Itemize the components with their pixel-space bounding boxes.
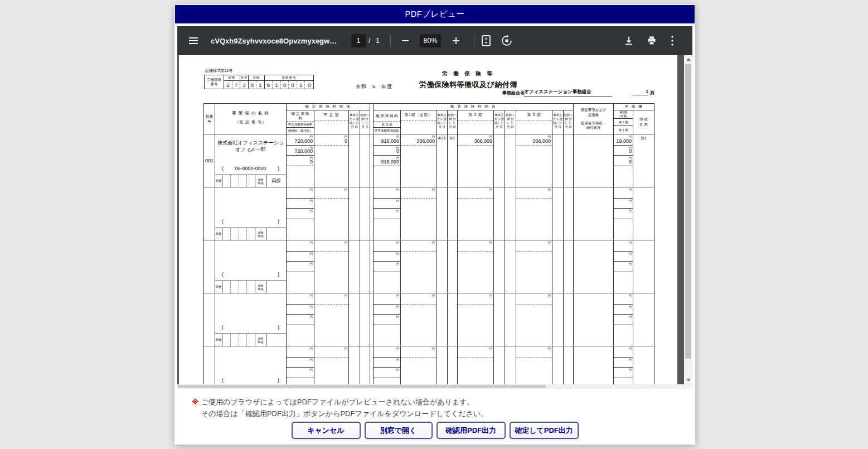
insurance-digit: 7 [232,81,241,89]
page-total: 1 [376,26,380,55]
col-header-paid-date: 政府へ納 付し た月 日 [360,110,370,134]
cell-period2-collected [494,346,505,384]
industry-code-box [222,175,231,187]
insurance-relation-value [266,228,286,240]
scroll-up-arrow[interactable] [684,55,692,64]
cell-receipt-date: 5/1 [633,134,654,187]
confirm-pdf-output-button[interactable]: 確認用PDF出力 [437,422,506,439]
cell-period2-amount: 円 [458,293,494,346]
cell-reserve: 円 円 円 [614,187,633,240]
insurance-relation-label: 保険関係 [255,175,266,187]
vertical-scrollbar[interactable] [684,55,692,384]
cancel-button[interactable]: キャンセル [292,422,361,439]
cell-period3-amount: 円 [516,240,552,293]
insurance-relation-value [266,334,286,346]
cell-receipt-date [633,346,654,384]
zoom-in-button[interactable] [452,26,460,55]
insurance-relation-label: 保険関係 [255,228,266,240]
cell-period1-collected [437,293,448,346]
cell-period3-collected [552,134,564,187]
cell-final-premium: 円 円 円 [287,187,314,240]
cell-period3-collected [552,187,564,240]
cell-demand-notes [574,240,614,293]
cell-estimated-premium: 円 円 円 [373,293,401,346]
cell-collected-date [349,240,360,293]
more-options-icon[interactable] [671,26,674,55]
cell-shortfall: 円 [314,346,349,384]
cell-collected-date [349,346,360,384]
zoom-level[interactable]: 80% [420,26,441,55]
industry-label: 業種 [215,281,222,293]
cell-period2-amount: 円 [458,346,494,384]
page-number-input[interactable]: 1 [351,26,366,55]
print-icon[interactable] [647,26,657,55]
scrollbar-thumb[interactable] [685,64,691,359]
insurance-number-digits: 27301910010 [224,81,313,89]
insurance-digit: 0 [305,81,313,89]
col-header-branch-no: 枝番号 [204,104,215,134]
cell-paid-date [360,293,370,346]
cell-period1-paid [448,346,458,384]
cell-demand-notes [574,293,614,346]
cell-workplace: ( ) 業種 保険関係 [215,240,287,293]
table-header: 枝番号 事 業 場 の 名 称 （電 話 番 号） 確 定 保 険 料 関 係 … [204,104,654,134]
industry-code-box [222,228,231,240]
cell-paid-date [360,240,370,293]
zoom-out-button[interactable] [401,26,410,55]
insurance-digit: 0 [281,81,289,89]
col-header-collected-date: 事業主から徴収した月 日 [349,110,360,134]
insurance-relation-label: 保険関係 [255,281,266,293]
pdf-page: 組機様式第11号 労働保険 番号 府県所掌管轄基幹番号 27301910010 … [179,55,677,384]
fit-to-page-icon[interactable] [481,26,492,55]
download-icon[interactable] [624,26,634,55]
finalize-pdf-output-button[interactable]: 確定してPDF出力 [510,422,579,439]
industry-code-box [239,175,248,187]
dialog-buttons: キャンセル 別窓で開く 確認用PDF出力 確定してPDF出力 [174,422,695,439]
cell-reserve: 円 円 円 [614,293,633,346]
scroll-down-arrow[interactable] [684,376,692,384]
cell-final-premium: 円 円 円 [287,346,314,384]
insurance-relation-value: 両保 [266,175,286,187]
warning-asterisk: ※ [192,398,199,406]
pdf-preview-dialog: PDFプレビュー cVQxh9Zsyhvvxoce8Opvzmyxegw… 1 … [174,4,695,445]
cell-estimated-premium: 円 円 円 [373,346,401,384]
scrollbar-thumb[interactable] [178,385,546,388]
industry-label: 業種 [215,175,222,187]
cell-branch-no [204,187,215,240]
workplace-phone: ( 06-0000-0000 ) [215,165,286,172]
menu-icon[interactable] [188,26,199,55]
cell-estimated-premium: 円 円 円 [373,187,401,240]
cell-collected-date [349,134,360,187]
document-title: 労働保険料等徴収及び納付簿 [417,80,520,90]
industry-code-box [231,281,239,293]
browser-warning-note: ※ご使用のブラウザによってはPDFファイルがプレビューされない場合があります。 … [192,397,488,420]
cell-period3-amount: 円 [516,187,552,240]
open-new-window-button[interactable]: 別窓で開く [365,422,433,439]
cell-paid-date [360,346,370,384]
insurance-relation-label: 保険関係 [255,334,266,346]
col-header-workplace: 事 業 場 の 名 称 （電 話 番 号） [215,104,287,134]
col-header-shortfall: 不 足 額 [314,110,349,134]
cell-period1-amount: 円 [401,240,437,293]
cell-period1-collected [437,346,448,384]
cell-period2-amount: 円 [458,240,494,293]
toolbar-divider [390,35,391,47]
workplace-phone: ( ) [215,376,286,384]
cell-period3-paid [564,240,574,293]
col-header-demand-notes: 督促事項および 追徴金 延滞金等領収・ 納付状況 [574,104,614,134]
cell-demand-notes [574,346,614,384]
toolbar-divider [474,35,474,47]
horizontal-scrollbar[interactable] [177,384,692,389]
cell-workplace: ( ) 業種 保険関係 [215,187,287,240]
cell-period1-amount: 円 [401,187,437,240]
col-header-paid-date: 政府へ納 付し た月 日 [564,110,574,134]
table-row: ( ) 業種 保険関係 円 円 円 円 [204,293,654,346]
cell-reserve: 円19,000 円0 円0 [614,134,633,187]
insurance-digit: 1 [297,81,306,89]
industry-strip: 業種 保険関係 両保 [215,175,286,187]
pdf-filename: cVQxh9Zsyhvvxoce8Opvzmyxegw… [211,26,345,55]
cell-paid-date [360,134,370,187]
dialog-footer: ※ご使用のブラウザによってはPDFファイルがプレビューされない場合があります。 … [174,389,695,445]
rotate-icon[interactable] [501,26,513,55]
cell-branch-no: 001 [204,134,215,187]
